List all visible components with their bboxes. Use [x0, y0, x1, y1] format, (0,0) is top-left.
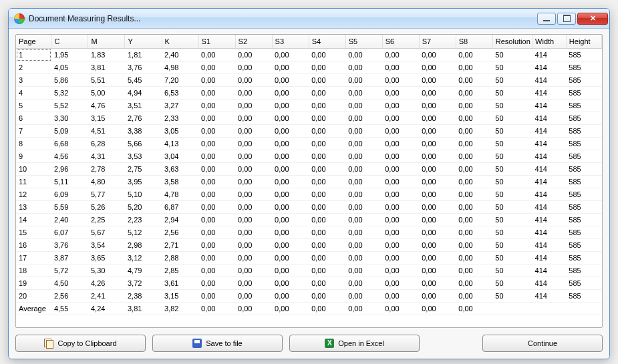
- cell[interactable]: 414: [532, 277, 567, 290]
- cell[interactable]: 585: [566, 163, 601, 176]
- cell[interactable]: 0,00: [345, 87, 382, 100]
- table-row[interactable]: 163,763,542,982,710,000,000,000,000,000,…: [16, 239, 602, 252]
- cell[interactable]: 0,00: [345, 163, 382, 176]
- cell[interactable]: 0,00: [235, 277, 272, 290]
- table-row[interactable]: 202,562,412,383,150,000,000,000,000,000,…: [16, 290, 602, 303]
- cell[interactable]: 2,41: [88, 290, 125, 303]
- cell[interactable]: 0,00: [272, 277, 309, 290]
- cell[interactable]: 0,00: [309, 226, 345, 239]
- cell[interactable]: 3,15: [88, 112, 125, 125]
- cell[interactable]: 585: [566, 112, 601, 125]
- cell[interactable]: 50: [492, 49, 532, 61]
- cell[interactable]: 4,76: [88, 100, 125, 112]
- cell[interactable]: 2,96: [51, 163, 88, 176]
- column-header[interactable]: Y: [125, 35, 162, 49]
- cell[interactable]: 0,00: [235, 290, 272, 303]
- cell[interactable]: 585: [566, 188, 601, 201]
- cell[interactable]: 3,81: [125, 303, 162, 315]
- cell[interactable]: 5,45: [125, 74, 162, 87]
- cell[interactable]: 13: [16, 201, 51, 214]
- column-header[interactable]: S8: [456, 35, 492, 49]
- cell[interactable]: 0,00: [272, 252, 309, 264]
- cell[interactable]: 0,00: [235, 188, 272, 201]
- cell[interactable]: 0,00: [382, 239, 419, 252]
- cell[interactable]: 50: [492, 61, 532, 74]
- cell[interactable]: 3,51: [125, 100, 162, 112]
- cell[interactable]: 0,00: [309, 87, 345, 100]
- cell[interactable]: 50: [492, 264, 532, 277]
- cell[interactable]: 15: [16, 226, 51, 239]
- cell[interactable]: 0,00: [382, 87, 419, 100]
- cell[interactable]: 0,00: [235, 61, 272, 74]
- cell[interactable]: 0,00: [198, 264, 235, 277]
- column-header[interactable]: S4: [309, 35, 345, 49]
- cell[interactable]: 3,65: [88, 252, 125, 264]
- column-header[interactable]: K: [162, 35, 198, 49]
- cell[interactable]: 2,88: [162, 252, 198, 264]
- cell[interactable]: 4,78: [162, 188, 198, 201]
- cell[interactable]: 4,79: [125, 264, 162, 277]
- cell[interactable]: 10: [16, 163, 51, 176]
- cell[interactable]: 0,00: [235, 163, 272, 176]
- column-header[interactable]: Page: [16, 35, 51, 49]
- cell[interactable]: 0,00: [235, 138, 272, 150]
- cell[interactable]: 4,51: [88, 125, 125, 138]
- cell[interactable]: 0,00: [235, 125, 272, 138]
- cell[interactable]: [566, 303, 601, 315]
- cell[interactable]: 0,00: [456, 163, 492, 176]
- cell[interactable]: 0,00: [198, 125, 235, 138]
- cell[interactable]: 585: [566, 125, 601, 138]
- cell[interactable]: 0,00: [272, 239, 309, 252]
- cell[interactable]: 0,00: [419, 277, 456, 290]
- cell[interactable]: [492, 303, 532, 315]
- table-row[interactable]: 35,865,515,457,200,000,000,000,000,000,0…: [16, 74, 602, 87]
- cell[interactable]: 0,00: [272, 112, 309, 125]
- cell[interactable]: 5,66: [125, 138, 162, 150]
- cell[interactable]: 0,00: [419, 214, 456, 226]
- cell[interactable]: 0,00: [272, 264, 309, 277]
- titlebar[interactable]: Document Measuring Results...: [9, 9, 609, 29]
- cell[interactable]: 0,00: [345, 264, 382, 277]
- cell[interactable]: 3,54: [88, 239, 125, 252]
- cell[interactable]: 2,98: [125, 239, 162, 252]
- cell[interactable]: 0,00: [272, 226, 309, 239]
- cell[interactable]: 0,00: [272, 100, 309, 112]
- cell[interactable]: 0,00: [309, 214, 345, 226]
- cell[interactable]: 0,00: [198, 163, 235, 176]
- cell[interactable]: 0,00: [419, 61, 456, 74]
- column-header[interactable]: S7: [419, 35, 456, 49]
- cell[interactable]: 3: [16, 74, 51, 87]
- cell[interactable]: 0,00: [309, 74, 345, 87]
- cell[interactable]: 0,00: [345, 277, 382, 290]
- cell[interactable]: 0,00: [456, 112, 492, 125]
- cell[interactable]: 0,00: [419, 74, 456, 87]
- table-row[interactable]: 55,524,763,513,270,000,000,000,000,000,0…: [16, 100, 602, 112]
- column-header[interactable]: Width: [532, 35, 567, 49]
- cell[interactable]: 4,80: [88, 176, 125, 188]
- cell[interactable]: 0,00: [272, 150, 309, 163]
- cell[interactable]: 50: [492, 277, 532, 290]
- cell[interactable]: 0,00: [309, 264, 345, 277]
- cell[interactable]: 0,00: [382, 188, 419, 201]
- cell[interactable]: 414: [532, 226, 567, 239]
- cell[interactable]: 2,78: [88, 163, 125, 176]
- cell[interactable]: 0,00: [382, 163, 419, 176]
- cell[interactable]: 5,77: [88, 188, 125, 201]
- cell[interactable]: 585: [566, 252, 601, 264]
- cell[interactable]: 12: [16, 188, 51, 201]
- cell[interactable]: 585: [566, 264, 601, 277]
- cell[interactable]: 5,59: [51, 201, 88, 214]
- table-row[interactable]: 86,686,285,664,130,000,000,000,000,000,0…: [16, 138, 602, 150]
- cell[interactable]: 0,00: [419, 188, 456, 201]
- cell[interactable]: 0,00: [345, 150, 382, 163]
- table-row[interactable]: 63,303,152,762,330,000,000,000,000,000,0…: [16, 112, 602, 125]
- cell[interactable]: 4,31: [88, 150, 125, 163]
- cell[interactable]: 0,00: [345, 201, 382, 214]
- cell[interactable]: 3,04: [162, 150, 198, 163]
- cell[interactable]: 0,00: [272, 176, 309, 188]
- cell[interactable]: 414: [532, 74, 567, 87]
- cell[interactable]: 1,81: [125, 49, 162, 61]
- cell[interactable]: 0,00: [419, 125, 456, 138]
- cell[interactable]: 50: [492, 125, 532, 138]
- table-row[interactable]: 156,075,675,122,560,000,000,000,000,000,…: [16, 226, 602, 239]
